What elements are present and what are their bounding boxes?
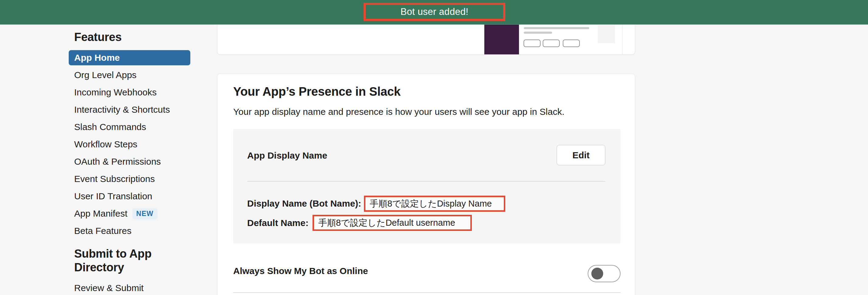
preview-placeholder-line bbox=[524, 32, 552, 34]
presence-card: Your App’s Presence in Slack Your app di… bbox=[217, 73, 635, 295]
notification-banner: Bot user added! bbox=[0, 0, 868, 25]
sidebar-item-label: Event Subscriptions bbox=[74, 171, 155, 187]
sidebar-item-app-home[interactable]: App Home bbox=[69, 50, 190, 65]
annotation-highlight-display-name: 手順8で設定したDisplay Name bbox=[364, 196, 505, 212]
app-display-name-section: App Display Name Edit Display Name (Bot … bbox=[233, 129, 621, 244]
sidebar-item-oauth-permissions[interactable]: OAuth & Permissions bbox=[69, 154, 196, 169]
sidebar-item-label: Slash Commands bbox=[74, 120, 146, 135]
annotation-highlight-banner: Bot user added! bbox=[364, 3, 505, 21]
presence-card-title: Your App’s Presence in Slack bbox=[233, 85, 400, 98]
default-name-label: Default Name: bbox=[247, 218, 309, 228]
sidebar-item-label: Workflow Steps bbox=[74, 137, 137, 152]
sidebar-heading-submit: Submit to App Directory bbox=[69, 247, 165, 274]
sidebar-item-workflow-steps[interactable]: Workflow Steps bbox=[69, 137, 196, 152]
sidebar-item-beta-features[interactable]: Beta Features bbox=[69, 223, 196, 238]
sidebar-item-label: App Manifest bbox=[74, 206, 127, 221]
sidebar-item-label: OAuth & Permissions bbox=[74, 154, 161, 169]
sidebar-item-label: App Home bbox=[74, 50, 120, 65]
app-display-name-label: App Display Name bbox=[247, 151, 327, 161]
toggle-knob bbox=[591, 268, 603, 280]
sidebar-item-label: Review & Submit bbox=[74, 281, 144, 295]
sidebar-item-org-level-apps[interactable]: Org Level Apps bbox=[69, 67, 196, 83]
section-divider bbox=[233, 292, 621, 293]
section-divider bbox=[247, 181, 605, 182]
sidebar-item-label: Beta Features bbox=[74, 223, 131, 238]
banner-message: Bot user added! bbox=[400, 6, 468, 17]
sidebar-heading-features: Features bbox=[69, 30, 196, 44]
sidebar-item-label: Interactivity & Shortcuts bbox=[74, 102, 170, 117]
preview-tab-mock bbox=[563, 39, 580, 47]
sidebar-item-review-submit[interactable]: Review & Submit bbox=[69, 281, 196, 295]
display-name-label: Display Name (Bot Name): bbox=[247, 198, 361, 209]
sidebar-item-user-id-translation[interactable]: User ID Translation bbox=[69, 189, 196, 204]
sidebar-item-label: User ID Translation bbox=[74, 189, 152, 204]
always-online-toggle[interactable] bbox=[588, 265, 621, 282]
preview-panel-mock bbox=[598, 25, 615, 43]
sidebar-item-label: Incoming Webhooks bbox=[74, 85, 157, 100]
preview-tab-mock bbox=[524, 39, 540, 47]
always-online-label: Always Show My Bot as Online bbox=[233, 266, 368, 276]
sidebar-item-interactivity-shortcuts[interactable]: Interactivity & Shortcuts bbox=[69, 102, 196, 117]
presence-card-subtitle: Your app display name and presence is ho… bbox=[233, 107, 565, 117]
sidebar-item-slash-commands[interactable]: Slash Commands bbox=[69, 120, 196, 135]
sidebar-item-app-manifest[interactable]: App ManifestNEW bbox=[69, 206, 196, 221]
preview-placeholder-line bbox=[524, 27, 589, 29]
sidebar-features-list: App HomeOrg Level AppsIncoming WebhooksI… bbox=[69, 50, 196, 238]
annotation-highlight-default-name: 手順8で設定したDefault username bbox=[313, 215, 472, 231]
preview-tab-mock bbox=[543, 39, 560, 47]
sidebar-item-event-subscriptions[interactable]: Event Subscriptions bbox=[69, 171, 196, 187]
sidebar-nav: Features App HomeOrg Level AppsIncoming … bbox=[69, 24, 196, 295]
sidebar-item-incoming-webhooks[interactable]: Incoming Webhooks bbox=[69, 85, 196, 100]
sidebar-item-label: Org Level Apps bbox=[74, 67, 136, 83]
sidebar-submit-list: Review & Submit bbox=[69, 281, 196, 295]
new-badge: NEW bbox=[132, 208, 157, 219]
display-name-value: 手順8で設定したDisplay Name bbox=[370, 198, 492, 210]
edit-button[interactable]: Edit bbox=[557, 145, 605, 165]
default-name-value: 手順8で設定したDefault username bbox=[318, 217, 455, 229]
